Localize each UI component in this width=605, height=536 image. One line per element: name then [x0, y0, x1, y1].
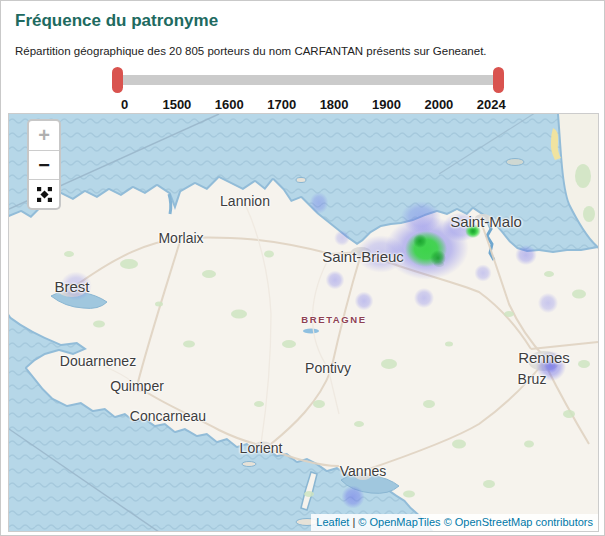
timeline-tick: 1700: [267, 97, 296, 112]
timeline-slider-handle-max[interactable]: [493, 67, 504, 93]
fullscreen-button[interactable]: [29, 179, 59, 208]
city-label: Morlaix: [158, 230, 203, 246]
zoom-out-button[interactable]: −: [29, 150, 59, 179]
timeline-slider-handle-min[interactable]: [112, 67, 123, 93]
city-label: Douarnenez: [60, 353, 136, 369]
attribution-separator: |: [352, 516, 355, 528]
timeline-slider-track[interactable]: [118, 75, 498, 85]
openstreetmap-link[interactable]: © OpenStreetMap contributors: [444, 516, 593, 528]
timeline-tick: 1500: [162, 97, 191, 112]
timeline-tick: 2024: [477, 97, 506, 112]
fullscreen-icon: [37, 187, 52, 202]
timeline-tick: 0: [121, 97, 128, 112]
zoom-in-button[interactable]: +: [29, 121, 59, 150]
timeline-tick: 1900: [372, 97, 401, 112]
city-label: Quimper: [110, 378, 164, 394]
city-label: Concarneau: [130, 408, 206, 424]
city-label: Rennes: [518, 349, 570, 366]
timeline-tick: 2000: [424, 97, 453, 112]
map-controls: + −: [27, 119, 61, 210]
map-attribution: Leaflet | © OpenMapTiles © OpenStreetMap…: [311, 514, 598, 531]
page-subtitle: Répartition géographique des 20 805 port…: [15, 45, 487, 57]
city-label: Bruz: [518, 371, 547, 387]
city-label: Lannion: [220, 193, 270, 209]
city-label: Saint-Brieuc: [322, 248, 404, 265]
city-label: Saint-Malo: [450, 213, 522, 230]
city-label: Vannes: [340, 463, 386, 479]
timeline-slider: 01500160017001800190020002024: [1, 61, 605, 109]
city-label: Pontivy: [305, 360, 351, 376]
map-canvas[interactable]: LannionMorlaixBrestSaint-BrieucSaint-Mal…: [8, 113, 599, 532]
region-label: BRETAGNE: [301, 314, 366, 325]
timeline-tick: 1600: [215, 97, 244, 112]
city-label: Brest: [54, 278, 89, 295]
timeline-tick: 1800: [320, 97, 349, 112]
openmaptiles-link[interactable]: © OpenMapTiles: [358, 516, 440, 528]
leaflet-link[interactable]: Leaflet: [316, 516, 349, 528]
city-label: Lorient: [240, 440, 283, 456]
page-title: Fréquence du patronyme: [15, 11, 218, 31]
